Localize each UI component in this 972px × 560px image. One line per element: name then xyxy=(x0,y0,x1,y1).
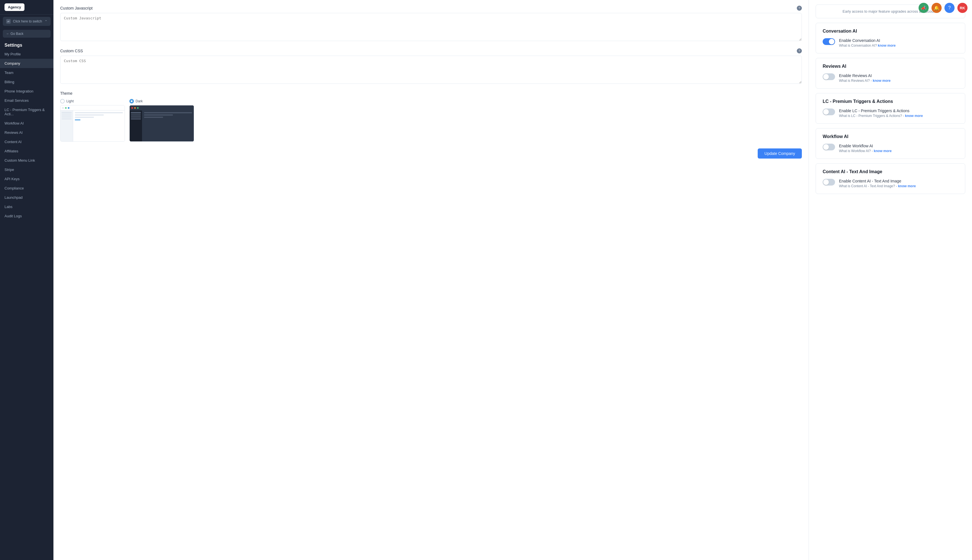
feature-card-workflow-ai: Workflow AIEnable Workflow AIWhat is Wor… xyxy=(816,128,965,159)
feature-enable-label-content-ai: Enable Content AI - Text And Image xyxy=(839,179,958,183)
know-more-link-reviews-ai[interactable]: know more xyxy=(873,79,890,83)
feature-row-reviews-ai: Enable Reviews AIWhat is Reviews AI? - k… xyxy=(823,73,958,83)
feature-title-lc-premium: LC - Premium Triggers & Actions xyxy=(823,99,958,104)
switch-button[interactable]: ⇄ Click here to switch ⌃ xyxy=(3,17,51,26)
feature-enable-label-lc-premium: Enable LC - Premium Triggers & Actions xyxy=(839,108,958,113)
feature-title-reviews-ai: Reviews AI xyxy=(823,64,958,69)
toggle-reviews-ai[interactable] xyxy=(823,73,835,80)
know-more-link-lc-premium[interactable]: know more xyxy=(905,114,923,118)
sidebar-item-launchpad[interactable]: Launchpad xyxy=(0,193,53,202)
preview-content-dark xyxy=(142,110,194,142)
sidebar-item-lc-premium[interactable]: LC - Premium Triggers & Acti... xyxy=(0,105,53,118)
right-panel: Early access to major feature upgrades a… xyxy=(809,0,972,560)
chevron-icon: ⌃ xyxy=(45,20,47,23)
theme-options: Light xyxy=(60,99,802,142)
sidebar-line-dark xyxy=(131,117,141,118)
know-more-link-content-ai[interactable]: know more xyxy=(898,184,916,188)
toggle-lc-premium[interactable] xyxy=(823,108,835,115)
custom-js-label: Custom Javascript ? xyxy=(60,6,802,11)
sidebar-item-content-ai[interactable]: Content AI xyxy=(0,137,53,147)
feature-title-workflow-ai: Workflow AI xyxy=(823,134,958,139)
custom-css-textarea[interactable] xyxy=(60,56,802,84)
sidebar-line xyxy=(62,117,72,118)
sidebar-item-labs[interactable]: Labs xyxy=(0,202,53,212)
feature-row-conversation-ai: Enable Conversation AIWhat is Conversati… xyxy=(823,38,958,48)
sidebar-line-dark xyxy=(131,118,141,120)
feature-row-content-ai: Enable Content AI - Text And ImageWhat i… xyxy=(823,179,958,188)
theme-section: Theme Light xyxy=(60,91,802,142)
feature-card-conversation-ai: Conversation AIEnable Conversation AIWha… xyxy=(816,23,965,53)
feature-row-workflow-ai: Enable Workflow AIWhat is Workflow AI? -… xyxy=(823,144,958,153)
sidebar-item-my-profile[interactable]: My Profile xyxy=(0,50,53,59)
custom-js-help-icon[interactable]: ? xyxy=(797,6,802,11)
sidebar-item-custom-menu-link[interactable]: Custom Menu Link xyxy=(0,156,53,165)
feature-desc-conversation-ai: What is Conversation AI? know more xyxy=(839,43,958,48)
feature-title-content-ai: Content AI - Text And Image xyxy=(823,169,958,174)
toggle-conversation-ai[interactable] xyxy=(823,38,835,45)
custom-css-help-icon[interactable]: ? xyxy=(797,48,802,53)
toggle-knob-content-ai xyxy=(823,179,829,185)
go-back-button[interactable]: ← Go Back xyxy=(3,30,51,38)
theme-dark-radio[interactable] xyxy=(129,99,134,103)
toggle-knob-workflow-ai xyxy=(823,144,829,150)
sidebar-item-team[interactable]: Team xyxy=(0,68,53,77)
feature-desc-lc-premium: What is LC - Premium Triggers & Actions?… xyxy=(839,114,958,118)
megaphone-icon-button[interactable]: 📣 xyxy=(919,3,929,13)
dot-orange xyxy=(134,107,136,109)
toggle-workflow-ai[interactable] xyxy=(823,144,835,150)
feature-text-reviews-ai: Enable Reviews AIWhat is Reviews AI? - k… xyxy=(839,73,958,83)
know-more-link-workflow-ai[interactable]: know more xyxy=(874,149,892,153)
update-company-button[interactable]: Update Company xyxy=(758,148,802,158)
sidebar-item-billing[interactable]: Billing xyxy=(0,77,53,87)
sidebar-line-dark xyxy=(131,114,141,115)
know-more-link-conversation-ai[interactable]: know more xyxy=(878,43,895,48)
sidebar-item-stripe[interactable]: Stripe xyxy=(0,165,53,174)
accent-line xyxy=(75,120,80,120)
sidebar-item-affiliates[interactable]: Affiliates xyxy=(0,147,53,156)
notification-icon-button[interactable]: 🔔 xyxy=(932,3,942,13)
theme-light-preview xyxy=(60,105,125,142)
feature-card-content-ai: Content AI - Text And ImageEnable Conten… xyxy=(816,163,965,194)
feature-enable-label-reviews-ai: Enable Reviews AI xyxy=(839,73,958,78)
sidebar-item-reviews-ai[interactable]: Reviews AI xyxy=(0,128,53,137)
feature-cards-list: Conversation AIEnable Conversation AIWha… xyxy=(816,23,965,194)
content-line-dark xyxy=(144,117,163,118)
custom-js-textarea[interactable] xyxy=(60,13,802,41)
feature-desc-workflow-ai: What is Workflow AI? - know more xyxy=(839,149,958,153)
sidebar-item-phone-integration[interactable]: Phone Integration xyxy=(0,87,53,96)
theme-dark-label: Dark xyxy=(129,99,194,103)
dot-red xyxy=(131,107,133,109)
logo: Agency xyxy=(5,3,25,11)
preview-sidebar xyxy=(60,110,73,142)
update-btn-row: Update Company xyxy=(60,148,802,158)
theme-dark-option[interactable]: Dark xyxy=(129,99,194,142)
sidebar-item-company[interactable]: Company xyxy=(0,59,53,68)
sidebar-item-audit-logs[interactable]: Audit Logs xyxy=(0,212,53,221)
toggle-knob-lc-premium xyxy=(823,109,829,115)
dot1 xyxy=(62,107,64,109)
theme-light-option[interactable]: Light xyxy=(60,99,125,142)
preview-sidebar-dark xyxy=(130,110,142,142)
feature-desc-content-ai: What is Content AI - Text And Image? - k… xyxy=(839,184,958,188)
custom-js-section: Custom Javascript ? xyxy=(60,6,802,42)
theme-light-radio[interactable] xyxy=(60,99,65,103)
toggle-knob-conversation-ai xyxy=(829,39,835,44)
nav-list: My ProfileCompanyTeamBillingPhone Integr… xyxy=(0,50,53,221)
toggle-content-ai[interactable] xyxy=(823,179,835,185)
toggle-knob-reviews-ai xyxy=(823,74,829,80)
help-icon-button[interactable]: ? xyxy=(944,3,955,13)
content-line-dark xyxy=(144,114,173,115)
sidebar-item-email-services[interactable]: Email Services xyxy=(0,96,53,105)
custom-css-label: Custom CSS ? xyxy=(60,48,802,53)
sidebar-item-compliance[interactable]: Compliance xyxy=(0,183,53,193)
preview-topbar-dark xyxy=(130,105,194,110)
feature-text-workflow-ai: Enable Workflow AIWhat is Workflow AI? -… xyxy=(839,144,958,153)
sidebar-item-workflow-ai[interactable]: Workflow AI xyxy=(0,118,53,128)
top-header: 📣 🔔 ? RK xyxy=(919,3,967,13)
sidebar-line xyxy=(62,114,72,115)
feature-text-conversation-ai: Enable Conversation AIWhat is Conversati… xyxy=(839,38,958,48)
sidebar: Agency ⇄ Click here to switch ⌃ ← Go Bac… xyxy=(0,0,53,560)
user-avatar-button[interactable]: RK xyxy=(957,3,967,13)
sidebar-item-api-keys[interactable]: API Keys xyxy=(0,174,53,183)
feature-desc-reviews-ai: What is Reviews AI? - know more xyxy=(839,79,958,83)
